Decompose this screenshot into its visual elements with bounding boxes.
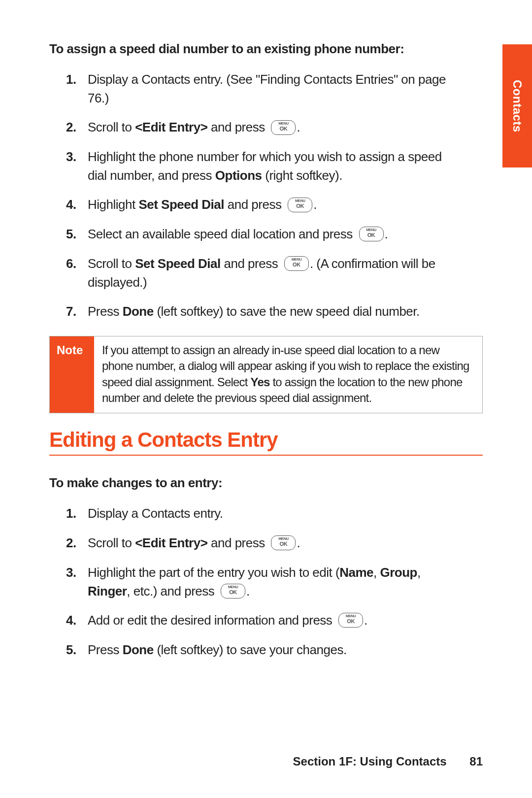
step-text: Highlight the part of the entry you wish…: [88, 565, 339, 580]
step-item: Scroll to Set Speed Dial and press . (A …: [88, 255, 483, 292]
step-text: (left softkey) to save your changes.: [154, 642, 347, 657]
step-text: and press: [207, 120, 268, 134]
step-text: .: [385, 227, 388, 241]
step-item: Select an available speed dial location …: [88, 225, 483, 244]
note-body: If you attempt to assign an already in-u…: [94, 336, 482, 413]
step-bold: Done: [123, 304, 154, 319]
step-bold: Set Speed Dial: [138, 197, 224, 212]
step-text: Highlight: [88, 197, 138, 212]
note-box: Note If you attempt to assign an already…: [49, 336, 483, 414]
step-item: Scroll to <Edit Entry> and press .: [88, 534, 483, 553]
step-text: .: [246, 584, 250, 598]
step-item: Add or edit the desired information and …: [88, 611, 483, 630]
footer-section: Section 1F: Using Contacts: [293, 755, 447, 768]
step-item: Highlight Set Speed Dial and press .: [88, 196, 483, 214]
step-item: Scroll to <Edit Entry> and press .: [88, 118, 483, 137]
footer-page-number: 81: [469, 755, 483, 768]
menu-ok-icon: [221, 584, 245, 598]
step-text: (right softkey).: [262, 168, 342, 183]
step-bold: Ringer: [88, 584, 127, 598]
page-footer: Section 1F: Using Contacts 81: [293, 755, 483, 768]
step-text: Add or edit the desired information and …: [88, 613, 335, 628]
step-text: ,: [417, 565, 421, 580]
step-text: and press: [221, 256, 281, 271]
step-bold: Set Speed Dial: [135, 256, 221, 271]
manual-page: Contacts To assign a speed dial number t…: [0, 0, 532, 798]
step-bold: <Edit Entry>: [135, 120, 207, 134]
step-item: Press Done (left softkey) to save the ne…: [88, 302, 483, 321]
step-bold: Options: [215, 168, 262, 183]
step-item: Display a Contacts entry. (See "Finding …: [88, 70, 483, 107]
step-text: Display a Contacts entry. (See "Finding …: [88, 72, 446, 105]
steps-assign-speed-dial: Display a Contacts entry. (See "Finding …: [49, 70, 483, 321]
step-text: and press: [207, 535, 268, 550]
step-text: .: [364, 613, 367, 628]
step-text: Scroll to: [88, 120, 135, 134]
step-item: Press Done (left softkey) to save your c…: [88, 641, 483, 660]
section-title-editing-contacts: Editing a Contacts Entry: [49, 428, 483, 452]
side-tab-contacts: Contacts: [502, 44, 532, 167]
step-text: ,: [373, 565, 380, 580]
menu-ok-icon: [271, 120, 296, 135]
menu-ok-icon: [359, 227, 384, 241]
step-text: Scroll to: [88, 256, 135, 271]
subheading-assign-speed-dial: To assign a speed dial number to an exis…: [49, 41, 483, 57]
step-item: Highlight the phone number for which you…: [88, 148, 483, 185]
menu-ok-icon: [288, 198, 312, 212]
note-bold: Yes: [251, 375, 270, 389]
step-text: Display a Contacts entry.: [88, 506, 223, 521]
menu-ok-icon: [338, 613, 363, 628]
step-bold: <Edit Entry>: [135, 535, 207, 550]
step-bold: Group: [380, 565, 417, 580]
step-text: , etc.) and press: [127, 584, 218, 598]
step-text: Select an available speed dial location …: [88, 227, 356, 241]
step-text: Press: [88, 304, 123, 319]
step-text: and press: [224, 197, 285, 212]
note-label: Note: [50, 336, 94, 413]
step-text: Press: [88, 642, 123, 657]
step-item: Display a Contacts entry.: [88, 504, 483, 523]
step-text: Scroll to: [88, 535, 135, 550]
steps-edit-entry: Display a Contacts entry. Scroll to <Edi…: [49, 504, 483, 659]
step-item: Highlight the part of the entry you wish…: [88, 564, 483, 600]
step-text: (left softkey) to save the new speed dia…: [154, 304, 420, 319]
step-text: .: [297, 535, 300, 550]
step-text: .: [313, 197, 317, 212]
menu-ok-icon: [271, 535, 296, 550]
menu-ok-icon: [284, 256, 309, 271]
step-bold: Done: [123, 642, 154, 657]
step-bold: Name: [339, 565, 373, 580]
title-rule: [49, 455, 483, 456]
step-text: .: [297, 120, 300, 134]
side-tab-label: Contacts: [510, 80, 524, 133]
subheading-make-changes: To make changes to an entry:: [49, 475, 483, 491]
